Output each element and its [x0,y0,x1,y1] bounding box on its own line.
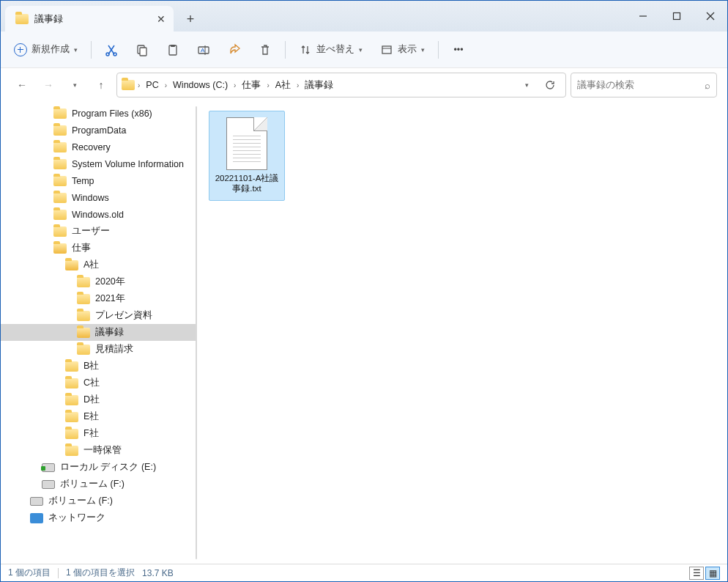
window-tab[interactable]: 議事録 ✕ [5,6,174,32]
breadcrumb-item[interactable]: 議事録 [302,78,336,93]
folder-icon [53,108,67,119]
tree-item[interactable]: ボリューム (F:) [1,493,197,509]
tree-item[interactable]: D社 [1,391,197,408]
tab-title: 議事録 [34,13,150,26]
tree-item-label: 議事録 [95,326,124,339]
tree-item[interactable]: 仕事 [1,240,197,257]
chevron-down-icon: ▾ [525,81,529,89]
file-content-area[interactable]: 20221101-A社議事録.txt [197,102,727,564]
copy-button[interactable] [128,37,156,63]
new-label: 新規作成 [31,43,70,56]
recent-button[interactable]: ▾ [64,74,86,96]
folder-open-icon [77,328,90,338]
more-button[interactable]: ••• [445,37,472,63]
chevron-down-icon: ▾ [73,81,77,89]
search-input[interactable] [577,80,705,90]
folder-icon [53,210,67,220]
view-button[interactable]: 表示 ▾ [373,37,432,63]
folder-icon [77,311,90,321]
svg-text:A: A [201,47,205,54]
minimize-button[interactable] [626,1,660,32]
svg-point-4 [106,53,109,56]
trash-icon [259,43,272,56]
up-button[interactable]: ↑ [90,74,112,96]
tree-item[interactable]: Windows [1,189,197,206]
svg-rect-7 [140,48,146,56]
paste-button[interactable] [159,37,187,63]
breadcrumb-item[interactable]: A社 [272,78,294,93]
cut-button[interactable] [97,37,125,63]
titlebar: 議事録 ✕ + [1,1,727,32]
tree-item[interactable]: F社 [1,425,197,442]
tree-item[interactable]: Program Files (x86) [1,105,197,122]
tree-item-label: A社 [83,259,99,271]
tree-item[interactable]: System Volume Information [1,155,197,172]
tree-item-label: Temp [72,176,94,186]
rename-button[interactable]: A [190,37,218,63]
tree-item[interactable]: 見積請求 [1,341,197,358]
tree-item[interactable]: ネットワーク [1,509,197,526]
breadcrumb-item[interactable]: PC [143,78,161,92]
tree-item[interactable]: ProgramData [1,122,197,139]
drive-icon [42,463,55,472]
share-button[interactable] [220,37,248,63]
file-item[interactable]: 20221101-A社議事録.txt [209,111,285,201]
tree-item[interactable]: Recovery [1,139,197,155]
tree-item[interactable]: 議事録 [1,324,197,341]
address-dropdown[interactable]: ▾ [516,74,538,96]
folder-icon [77,277,90,287]
tree-item[interactable]: 2021年 [1,290,197,307]
folder-icon [65,361,78,372]
details-view-button[interactable]: ☰ [689,567,704,580]
tree-item-label: 一時保管 [83,444,122,457]
svg-rect-13 [382,46,391,54]
refresh-button[interactable] [539,74,561,96]
tree-item-label: F社 [83,427,99,440]
tree-item-label: C社 [83,377,100,389]
tree-item[interactable]: プレゼン資料 [1,307,197,324]
folder-icon [65,395,78,405]
close-tab-button[interactable]: ✕ [156,14,166,24]
tree-item-label: ネットワーク [48,512,105,524]
tree-item[interactable]: ボリューム (F:) [1,476,197,493]
search-box[interactable]: ⌕ [571,73,717,97]
tree-item[interactable]: ローカル ディスク (E:) [1,459,197,476]
tree-item[interactable]: C社 [1,375,197,391]
copy-icon [135,43,149,56]
tree-item[interactable]: A社 [1,257,197,273]
file-name: 20221101-A社議事録.txt [212,173,281,194]
new-button[interactable]: 新規作成 ▾ [7,37,85,63]
maximize-button[interactable] [660,1,694,32]
tree-item[interactable]: E社 [1,408,197,425]
selected-size: 13.7 KB [142,568,174,578]
delete-button[interactable] [251,37,279,63]
address-bar[interactable]: › PC›Windows (C:)›仕事›A社›議事録 ▾ [116,73,566,97]
tree-item-label: B社 [83,360,99,372]
address-actions: ▾ [516,74,561,96]
tree-item[interactable]: 2020年 [1,273,197,290]
close-button[interactable] [694,1,727,32]
drive-icon [42,480,55,489]
icons-view-button[interactable]: ▦ [705,567,720,580]
folder-open-icon [65,260,78,270]
body: Program Files (x86)ProgramDataRecoverySy… [1,102,727,564]
view-icon [380,43,393,56]
folder-icon [65,446,78,456]
tree-item-label: D社 [83,394,100,406]
view-label: 表示 [398,43,417,56]
back-button[interactable]: ← [11,74,33,96]
folder-icon [15,14,29,24]
folder-icon [65,429,78,439]
tree-item[interactable]: 一時保管 [1,442,197,459]
tree-item[interactable]: B社 [1,358,197,375]
forward-button[interactable]: → [37,74,59,96]
breadcrumb-item[interactable]: Windows (C:) [170,78,231,92]
breadcrumb-item[interactable]: 仕事 [239,78,264,93]
tree-item[interactable]: Windows.old [1,206,197,223]
new-tab-button[interactable]: + [178,7,203,32]
sort-button[interactable]: 並べ替え ▾ [291,37,370,63]
navigation-tree[interactable]: Program Files (x86)ProgramDataRecoverySy… [1,102,197,564]
tree-item[interactable]: ユーザー [1,223,197,240]
tree-item[interactable]: Temp [1,172,197,189]
svg-rect-9 [171,45,175,47]
